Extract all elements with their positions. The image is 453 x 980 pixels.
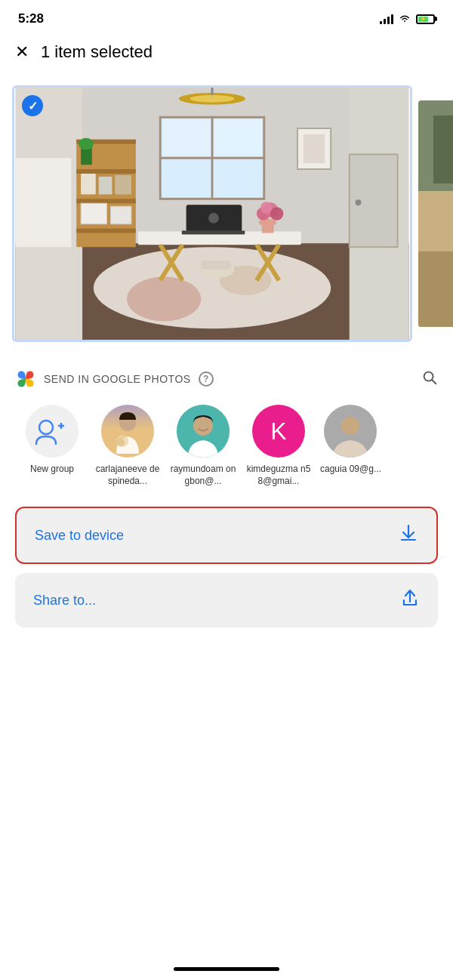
second-photo-partial: [418, 100, 453, 327]
send-section: SEND IN GOOGLE PHOTOS ?: [0, 353, 453, 495]
svg-point-29: [94, 247, 331, 328]
selected-photo[interactable]: ✓: [12, 85, 412, 342]
svg-point-14: [356, 199, 362, 205]
close-button[interactable]: ✕: [15, 42, 29, 62]
svg-rect-27: [81, 203, 106, 224]
caguia-avatar: [324, 405, 377, 458]
kim-avatar: k: [252, 405, 305, 458]
send-label: SEND IN GOOGLE PHOTOS: [44, 373, 191, 385]
svg-point-40: [208, 213, 219, 223]
svg-rect-23: [99, 177, 112, 195]
caguia-label: caguia 09@g...: [320, 464, 381, 476]
home-indicator: [174, 967, 279, 971]
share-icon: [400, 588, 420, 612]
svg-point-62: [117, 439, 125, 446]
raymundo-label: raymundoam ongbon@...: [169, 464, 237, 487]
svg-rect-24: [115, 175, 131, 195]
share-to-label: Share to...: [33, 593, 96, 609]
signal-icon: [380, 14, 393, 24]
status-icons: ⚡: [380, 14, 435, 24]
selection-checkmark: ✓: [22, 95, 43, 116]
new-group-label: New group: [30, 464, 74, 476]
contact-carla[interactable]: carlajaneeve despineda...: [94, 405, 162, 487]
save-to-device-label: Save to device: [35, 528, 124, 544]
photos-area: ✓: [0, 74, 453, 353]
contact-raymundo[interactable]: raymundoam ongbon@...: [169, 405, 237, 487]
svg-rect-16: [304, 134, 325, 163]
contact-kim[interactable]: k kimdeguzma n58@gmai...: [245, 405, 313, 487]
svg-rect-22: [81, 174, 96, 195]
contact-new-group[interactable]: New group: [18, 405, 86, 487]
svg-rect-21: [76, 229, 136, 233]
svg-rect-9: [214, 119, 262, 156]
raymundo-avatar: [177, 405, 230, 458]
contact-caguia[interactable]: caguia 09@g...: [320, 405, 381, 487]
svg-rect-50: [418, 251, 453, 327]
action-buttons: Save to device Share to...: [0, 495, 453, 639]
svg-rect-51: [433, 116, 453, 183]
svg-rect-38: [201, 260, 230, 270]
share-to-button[interactable]: Share to...: [15, 573, 438, 627]
google-photos-icon: [15, 368, 36, 390]
svg-point-4: [190, 95, 235, 103]
svg-point-64: [193, 416, 213, 436]
save-to-device-button[interactable]: Save to device: [15, 507, 438, 564]
send-header-left: SEND IN GOOGLE PHOTOS ?: [15, 368, 214, 390]
wifi-icon: [398, 14, 411, 24]
svg-rect-8: [162, 119, 211, 156]
svg-rect-43: [262, 223, 274, 233]
svg-point-30: [127, 277, 201, 322]
download-icon: [399, 523, 418, 547]
carla-label: carlajaneeve despineda...: [94, 464, 162, 487]
svg-rect-19: [76, 169, 136, 174]
contacts-row: New group carlajaneeve despineda...: [15, 405, 438, 487]
svg-rect-41: [182, 231, 245, 235]
search-button[interactable]: [421, 369, 438, 390]
svg-rect-20: [76, 199, 136, 203]
svg-line-54: [432, 380, 436, 384]
send-header: SEND IN GOOGLE PHOTOS ?: [15, 368, 438, 390]
svg-point-47: [260, 202, 273, 214]
header: ✕ 1 item selected: [0, 33, 453, 74]
carla-avatar: [101, 405, 154, 458]
battery-icon: ⚡: [416, 14, 435, 24]
svg-rect-11: [16, 158, 72, 247]
svg-point-26: [79, 138, 94, 150]
page-title: 1 item selected: [41, 42, 153, 62]
new-group-avatar: [26, 405, 79, 458]
svg-rect-28: [110, 206, 131, 224]
kim-label: kimdeguzma n58@gmai...: [245, 464, 313, 487]
status-time: 5:28: [18, 11, 44, 26]
svg-point-66: [341, 417, 359, 435]
status-bar: 5:28 ⚡: [0, 0, 453, 33]
help-icon[interactable]: ?: [199, 371, 214, 387]
svg-rect-49: [418, 191, 453, 251]
